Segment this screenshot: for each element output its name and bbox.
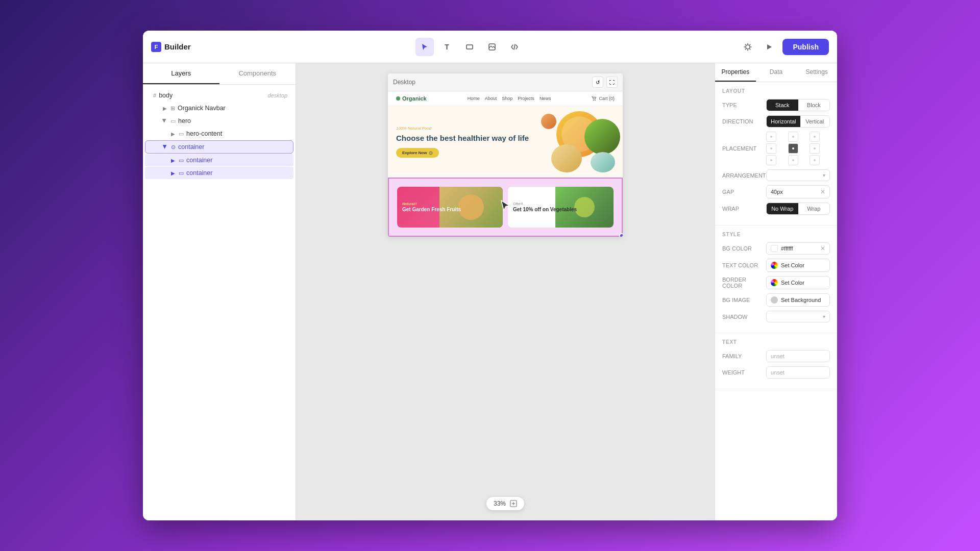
- bg-image-btn-label: Set Background: [781, 297, 821, 303]
- placement-mr[interactable]: [810, 143, 820, 154]
- placement-tc[interactable]: [788, 132, 798, 142]
- shadow-chevron-icon: ▾: [823, 314, 825, 319]
- tree-item-organick-navbar[interactable]: ▶ ⊞ Organick Navbar: [145, 102, 293, 114]
- gap-row: GAP 40px ✕: [722, 185, 830, 198]
- svg-rect-0: [467, 45, 473, 49]
- select-tool-btn[interactable]: [415, 38, 434, 56]
- direction-vertical-btn[interactable]: Vertical: [800, 116, 829, 127]
- wrap-btn[interactable]: Wrap: [798, 203, 830, 214]
- tree-item-container-child-2[interactable]: ▶ ▭ container: [145, 167, 293, 179]
- placement-bc[interactable]: [788, 155, 798, 165]
- direction-horizontal-btn[interactable]: Horizontal: [767, 116, 800, 127]
- tree-arrow-navbar: ▶: [161, 105, 168, 112]
- rect-tool-btn[interactable]: [460, 38, 479, 56]
- tree-item-body[interactable]: # body desktop: [145, 89, 293, 102]
- canvas-area[interactable]: Desktop ↺ ⛶ Organick Home: [296, 63, 715, 520]
- code-tool-btn[interactable]: [505, 38, 524, 56]
- properties-tab[interactable]: Properties: [715, 63, 756, 82]
- type-label: TYPE: [722, 102, 763, 108]
- shadow-label: SHADOW: [722, 314, 763, 320]
- direction-row: DIRECTION Horizontal Vertical: [722, 115, 830, 128]
- placement-br[interactable]: [810, 155, 820, 165]
- arrangement-select[interactable]: ▾: [766, 169, 830, 181]
- placement-mc[interactable]: [788, 143, 798, 154]
- bg-color-clear-icon[interactable]: ✕: [820, 245, 825, 252]
- bg-color-swatch: [771, 245, 778, 252]
- placement-ml[interactable]: [766, 143, 776, 154]
- tree-item-hero[interactable]: ▶ ▭ hero: [145, 115, 293, 127]
- shadow-select[interactable]: ▾: [766, 311, 830, 322]
- theme-toggle-btn[interactable]: [740, 39, 756, 55]
- text-color-picker[interactable]: Set Color: [766, 259, 830, 272]
- data-tab[interactable]: Data: [756, 63, 797, 82]
- type-value: Stack Block: [766, 99, 830, 111]
- website-preview: Organick Home About Shop Projects News C…: [388, 91, 623, 237]
- bg-image-picker[interactable]: Set Background: [766, 293, 830, 307]
- gap-input[interactable]: 40px ✕: [766, 185, 830, 198]
- border-color-label: BORDER COLOR: [722, 277, 763, 289]
- placement-tl[interactable]: [766, 132, 776, 142]
- components-tab[interactable]: Components: [219, 63, 296, 84]
- rect-icon-c1: ▭: [179, 157, 184, 164]
- preview-btn[interactable]: [761, 39, 777, 55]
- tree-item-hero-content[interactable]: ▶ ▭ hero-content: [145, 128, 293, 140]
- selection-dot: [619, 233, 623, 237]
- layout-title: LAYOUT: [722, 88, 830, 94]
- image-tool-btn[interactable]: [483, 38, 501, 56]
- wrap-row: WRAP No Wrap Wrap: [722, 203, 830, 215]
- hero-btn-label: Explore Now: [402, 151, 427, 155]
- brand-dot: [396, 96, 400, 101]
- text-color-row: TEXT COLOR Set Color: [722, 259, 830, 272]
- logo-icon: F: [151, 42, 161, 52]
- tree-arrow-container: ▶: [162, 143, 169, 151]
- frame-refresh-btn[interactable]: ↺: [592, 77, 603, 88]
- main-area: Layers Components # body desktop ▶ ⊞ Org…: [143, 63, 837, 520]
- bg-color-picker[interactable]: #ffffff ✕: [766, 242, 830, 255]
- weight-label: WEIGHT: [722, 369, 763, 375]
- family-input[interactable]: unset: [766, 350, 830, 362]
- preview-nav: Home About Shop Projects News: [468, 96, 551, 101]
- preview-container-section[interactable]: Natural!! Get Garden Fresh Fruits: [388, 178, 623, 237]
- type-stack-btn[interactable]: Stack: [767, 99, 798, 111]
- toolbar: T: [205, 38, 734, 56]
- arrangement-chevron-icon: ▾: [823, 172, 825, 178]
- placement-row: PLACEMENT: [722, 132, 830, 165]
- frame-label: Desktop: [393, 79, 415, 86]
- text-tool-btn[interactable]: T: [438, 38, 456, 56]
- family-row: FAMILY unset: [722, 350, 830, 362]
- placement-tr[interactable]: [810, 132, 820, 142]
- layers-tab[interactable]: Layers: [143, 63, 219, 84]
- style-title: STYLE: [722, 232, 830, 237]
- publish-button[interactable]: Publish: [782, 39, 829, 55]
- gap-clear-icon[interactable]: ✕: [820, 188, 825, 195]
- nav-home: Home: [468, 96, 480, 101]
- type-toggle-group: Stack Block: [766, 99, 830, 111]
- container-icon-hero-content: ▭: [179, 131, 184, 137]
- grid-icon: ⊞: [170, 105, 175, 112]
- container-label: container: [178, 143, 204, 151]
- frame-expand-btn[interactable]: ⛶: [606, 77, 618, 88]
- style-section: STYLE BG COLOR #ffffff ✕ TEXT COLOR Se: [715, 226, 837, 333]
- placement-bl[interactable]: [766, 155, 776, 165]
- border-color-btn-label: Set Color: [781, 280, 804, 286]
- arrangement-row: ARRANGEMENT ▾: [722, 169, 830, 181]
- tree-item-container[interactable]: ▶ ⊙ container: [145, 140, 293, 154]
- tree-item-container-child-1[interactable]: ▶ ▭ container: [145, 154, 293, 166]
- family-label: FAMILY: [722, 353, 763, 359]
- hero-btn[interactable]: Explore Now: [396, 148, 439, 158]
- container-child-1-label: container: [186, 157, 212, 164]
- placement-label: PLACEMENT: [722, 145, 763, 152]
- nav-about: About: [485, 96, 497, 101]
- sidebar-right: Properties Data Settings LAYOUT TYPE Sta…: [715, 63, 837, 520]
- weight-input[interactable]: unset: [766, 366, 830, 379]
- settings-tab[interactable]: Settings: [796, 63, 837, 82]
- text-tool-icon: T: [445, 43, 449, 51]
- bg-image-row: BG IMAGE Set Background: [722, 293, 830, 307]
- wrap-value: No Wrap Wrap: [766, 203, 830, 215]
- tree-arrow-c1: ▶: [169, 157, 177, 164]
- promo-card-1-text: Natural!! Get Garden Fresh Fruits: [402, 202, 461, 213]
- type-block-btn[interactable]: Block: [798, 99, 830, 111]
- border-color-picker[interactable]: Set Color: [766, 276, 830, 289]
- rect-icon-c2: ▭: [179, 170, 184, 177]
- no-wrap-btn[interactable]: No Wrap: [767, 203, 798, 214]
